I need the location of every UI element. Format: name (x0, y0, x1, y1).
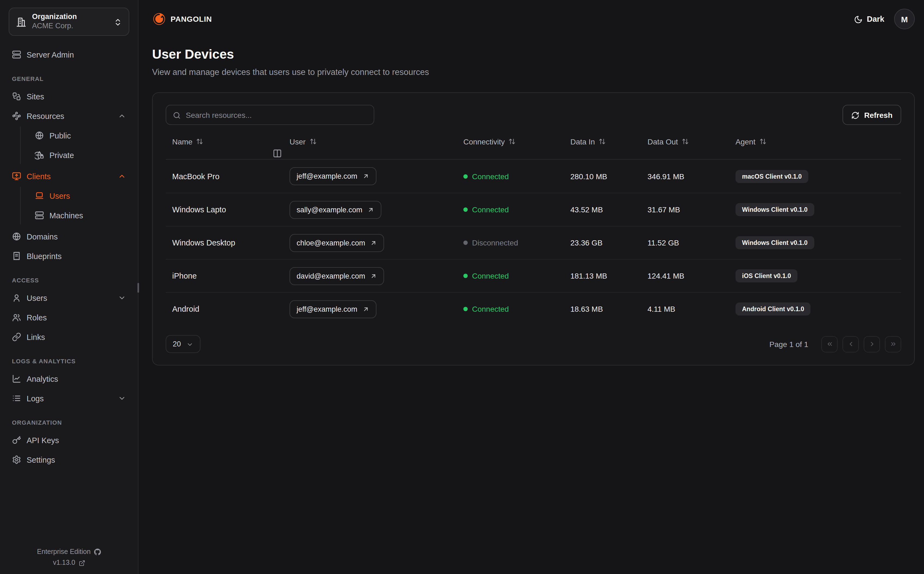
sidebar-item-public[interactable]: Public (32, 126, 129, 145)
version-link[interactable]: v1.13.0 (0, 559, 138, 566)
status-dot-icon (464, 307, 468, 311)
users-icon (12, 313, 21, 322)
column-header-user[interactable]: User (283, 137, 457, 146)
sidebar-item-server-admin[interactable]: Server Admin (9, 46, 129, 63)
gear-icon (12, 455, 21, 464)
first-page-button[interactable] (822, 336, 837, 352)
sidebar-item-links[interactable]: Links (9, 328, 129, 346)
sidebar-item-clients[interactable]: Clients (9, 167, 129, 185)
moon-icon (854, 15, 863, 24)
column-header-data-in[interactable]: Data In (564, 137, 641, 146)
monitor-up-icon (12, 172, 21, 181)
github-icon (94, 548, 101, 555)
external-link-icon (79, 559, 85, 566)
sidebar-item-label: Resources (27, 112, 65, 120)
sidebar-item-label: Clients (27, 172, 51, 181)
sidebar-item-label: Analytics (27, 374, 58, 383)
sidebar-item-users[interactable]: Users (9, 289, 129, 307)
sidebar-section-label: ORGANIZATION (12, 419, 129, 426)
receipt-icon (12, 251, 21, 261)
globe-lock-icon (35, 150, 44, 160)
column-header-label: Connectivity (464, 137, 505, 146)
edition-link[interactable]: Enterprise Edition (0, 548, 138, 555)
user-link-button[interactable]: jeff@example.com (290, 300, 377, 318)
org-picker-label: Organization (32, 13, 108, 22)
page-indicator: Page 1 of 1 (769, 340, 808, 348)
user-email: sally@example.com (296, 205, 362, 214)
column-header-name[interactable]: Name (166, 137, 283, 146)
sidebar-item-sites[interactable]: Sites (9, 87, 129, 106)
chevron-down-icon (118, 394, 126, 402)
github-icon (94, 549, 101, 555)
table-header-row: NameUserConnectivityData InData OutAgent (166, 136, 901, 160)
column-header-agent[interactable]: Agent (729, 137, 901, 146)
user-email: jeff@example.com (296, 305, 358, 313)
toggle-columns-button[interactable] (273, 148, 282, 158)
data-out-value: 4.11 MB (641, 304, 729, 313)
org-picker[interactable]: Organization ACME Corp. (9, 8, 129, 36)
link-icon (12, 332, 21, 342)
sort-icon (309, 138, 317, 145)
data-out-value: 11.52 GB (641, 238, 729, 247)
theme-toggle-label: Dark (867, 15, 885, 24)
next-page-button[interactable] (864, 336, 880, 352)
sidebar-item-label: Private (49, 151, 74, 159)
status-dot-icon (464, 241, 468, 245)
sidebar-item-label: Server Admin (27, 50, 74, 59)
search-input[interactable] (186, 110, 367, 119)
sidebar-section-label: GENERAL (12, 76, 129, 82)
version-label: v1.13.0 (53, 559, 75, 566)
sort-icon (599, 138, 605, 145)
user-link-button[interactable]: jeff@example.com (290, 167, 377, 185)
table-row: Androidjeff@example.comConnected18.63 MB… (166, 292, 901, 325)
status-label: Connected (472, 304, 509, 313)
page-title: User Devices (152, 47, 915, 62)
sidebar-section-label: ACCESS (12, 277, 129, 284)
chevrons-up-down-icon (114, 17, 122, 27)
sidebar-item-analytics[interactable]: Analytics (9, 370, 129, 388)
refresh-button[interactable]: Refresh (842, 105, 901, 125)
sidebar-item-settings[interactable]: Settings (9, 451, 129, 468)
status-dot-icon (464, 174, 468, 178)
column-header-connectivity[interactable]: Connectivity (457, 137, 564, 146)
page-size-select[interactable]: 20 (166, 335, 200, 353)
column-header-data-out[interactable]: Data Out (641, 137, 729, 146)
sidebar-item-machines[interactable]: Machines (32, 207, 129, 224)
last-page-button[interactable] (885, 336, 901, 352)
refresh-icon (851, 110, 859, 120)
devices-card: Refresh NameUserConnectivityData InData … (152, 92, 915, 366)
status-label: Connected (472, 172, 509, 181)
page-size-value: 20 (173, 340, 181, 348)
waypoints-icon (12, 111, 21, 121)
sidebar-item-logs[interactable]: Logs (9, 390, 129, 407)
theme-toggle-button[interactable]: Dark (854, 14, 885, 24)
user-link-button[interactable]: david@example.com (290, 267, 384, 285)
sort-icon (509, 138, 516, 145)
chart-icon (12, 374, 21, 383)
chevrons-left-icon (826, 341, 833, 347)
sidebar-item-users[interactable]: Users (32, 187, 129, 205)
status-label: Connected (472, 271, 509, 280)
sidebar-item-roles[interactable]: Roles (9, 309, 129, 326)
sidebar-item-api-keys[interactable]: API Keys (9, 431, 129, 449)
brand[interactable]: PANGOLIN (152, 12, 212, 26)
user-link-button[interactable]: sally@example.com (290, 201, 382, 219)
refresh-label: Refresh (864, 110, 892, 119)
previous-page-button[interactable] (842, 336, 859, 352)
user-link-button[interactable]: chloe@example.com (290, 234, 384, 252)
sidebar-item-blueprints[interactable]: Blueprints (9, 247, 129, 265)
sidebar-section-label: LOGS & ANALYTICS (12, 358, 129, 364)
main-content: PANGOLIN Dark M User Devices View and ma… (139, 0, 924, 574)
search-icon (173, 110, 181, 120)
sort-icon (682, 138, 689, 145)
chevron-down-icon (186, 341, 193, 348)
avatar[interactable]: M (894, 9, 915, 29)
sidebar-item-private[interactable]: Private (32, 146, 129, 164)
sidebar-item-domains[interactable]: Domains (9, 227, 129, 246)
data-in-value: 181.13 MB (564, 271, 641, 280)
search-icon (173, 111, 181, 120)
sidebar-item-label: Settings (27, 455, 55, 464)
sidebar-item-resources[interactable]: Resources (9, 107, 129, 125)
data-out-value: 31.67 MB (641, 205, 729, 214)
building-icon (16, 16, 27, 27)
